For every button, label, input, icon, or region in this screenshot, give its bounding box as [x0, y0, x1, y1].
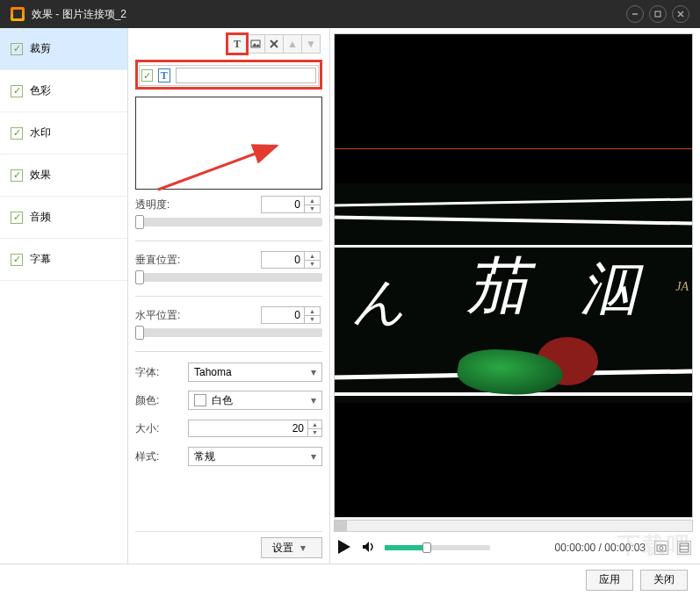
apply-button[interactable]: 应用	[586, 570, 633, 591]
opacity-slider[interactable]	[135, 218, 322, 226]
svg-marker-11	[363, 542, 369, 552]
spin-up-icon[interactable]: ▲	[308, 420, 322, 428]
svg-marker-10	[338, 540, 350, 554]
color-label: 颜色:	[135, 393, 183, 408]
hpos-slider[interactable]	[135, 328, 322, 337]
video-frame: ん 茄 泅 JA	[335, 183, 692, 403]
sidebar-item-label: 裁剪	[30, 41, 51, 56]
vpos-input[interactable]: ▲▼	[261, 251, 322, 269]
app-icon	[11, 7, 25, 21]
maximize-button[interactable]	[649, 5, 667, 23]
spin-up-icon[interactable]: ▲	[305, 251, 321, 260]
arrow-annotation-icon	[154, 141, 294, 194]
checkbox-icon[interactable]: ✓	[11, 254, 23, 266]
checkbox-icon[interactable]: ✓	[141, 69, 153, 82]
watermark-preview[interactable]	[135, 97, 322, 190]
svg-rect-1	[655, 11, 660, 17]
watermark-toolbar: T ▲ ▼	[135, 33, 322, 54]
sidebar-item-label: 水印	[30, 126, 51, 140]
watermark-text-input[interactable]	[176, 68, 316, 83]
image-tool-button[interactable]	[246, 34, 265, 54]
opacity-input[interactable]: ▲▼	[261, 196, 322, 213]
close-button[interactable]	[672, 5, 689, 23]
checkbox-icon[interactable]: ✓	[11, 212, 23, 224]
svg-line-9	[158, 146, 277, 190]
sidebar-item-audio[interactable]: ✓ 音频	[0, 197, 127, 239]
size-label: 大小:	[135, 421, 183, 436]
video-preview[interactable]: ん 茄 泅 JA	[334, 33, 693, 518]
svg-marker-5	[252, 43, 260, 47]
font-label: 字体:	[135, 365, 183, 380]
spin-up-icon[interactable]: ▲	[305, 196, 321, 205]
highlight-annotation: ✓ T	[135, 60, 322, 90]
checkbox-icon[interactable]: ✓	[11, 85, 23, 97]
hpos-label: 水平位置:	[135, 308, 261, 323]
sidebar-item-label: 字幕	[30, 252, 51, 267]
sidebar-item-watermark[interactable]: ✓ 水印	[0, 112, 127, 154]
spin-down-icon[interactable]: ▼	[305, 205, 321, 214]
style-select[interactable]: 常规	[188, 447, 322, 466]
text-icon: T	[158, 68, 170, 83]
move-up-button[interactable]: ▲	[283, 34, 302, 54]
window-title: 效果 - 图片连接项_2	[32, 7, 626, 22]
vpos-label: 垂直位置:	[135, 253, 261, 268]
color-select[interactable]: 白色	[188, 391, 322, 410]
guide-line	[335, 148, 692, 149]
spin-down-icon[interactable]: ▼	[308, 428, 322, 438]
sidebar-item-subtitle[interactable]: ✓ 字幕	[0, 239, 127, 281]
style-label: 样式:	[135, 449, 183, 464]
settings-button[interactable]: 设置	[261, 537, 322, 558]
delete-button[interactable]	[264, 34, 284, 54]
sidebar-item-label: 效果	[30, 168, 51, 183]
spin-up-icon[interactable]: ▲	[305, 306, 321, 315]
title-bar: 效果 - 图片连接项_2	[0, 0, 700, 28]
font-select[interactable]: Tahoma	[188, 363, 322, 382]
color-swatch-icon	[194, 394, 206, 406]
spin-down-icon[interactable]: ▼	[305, 260, 321, 269]
dialog-footer: 应用 关闭	[0, 564, 700, 595]
minimize-button[interactable]	[626, 5, 644, 23]
play-button[interactable]	[336, 538, 353, 558]
svg-point-13	[660, 547, 663, 550]
checkbox-icon[interactable]: ✓	[11, 169, 23, 182]
checkbox-icon[interactable]: ✓	[11, 127, 23, 140]
hpos-input[interactable]: ▲▼	[261, 306, 322, 324]
player-controls: 00:00:00 / 00:00:03	[334, 532, 693, 564]
watermark-panel: T ▲ ▼ ✓ T 透明度: ▲▼	[128, 28, 330, 564]
size-input[interactable]: ▲▼	[188, 420, 322, 437]
sidebar-item-crop[interactable]: ✓ 裁剪	[0, 28, 127, 70]
time-display: 00:00:00 / 00:00:03	[555, 542, 646, 554]
grid-button[interactable]	[677, 541, 691, 555]
move-down-button[interactable]: ▼	[301, 34, 321, 54]
snapshot-button[interactable]	[654, 541, 668, 555]
opacity-label: 透明度:	[135, 197, 261, 212]
volume-slider[interactable]	[385, 545, 490, 550]
spin-down-icon[interactable]: ▼	[305, 315, 321, 325]
sidebar-item-label: 色彩	[30, 83, 51, 98]
sidebar-item-label: 音频	[30, 210, 51, 225]
horizontal-scrollbar[interactable]	[334, 520, 693, 532]
sidebar-item-effect[interactable]: ✓ 效果	[0, 154, 127, 197]
checkbox-icon[interactable]: ✓	[11, 43, 23, 55]
watermark-text-row: ✓ T	[139, 65, 319, 86]
sidebar: ✓ 裁剪 ✓ 色彩 ✓ 水印 ✓ 效果 ✓ 音频 ✓ 字幕	[0, 28, 128, 564]
vpos-slider[interactable]	[135, 273, 322, 282]
svg-rect-14	[680, 543, 689, 552]
volume-button[interactable]	[362, 540, 376, 557]
text-tool-button[interactable]: T	[227, 34, 247, 54]
sidebar-item-color[interactable]: ✓ 色彩	[0, 70, 127, 112]
preview-pane: ん 茄 泅 JA 00:00:00 / 00:00:03	[330, 28, 700, 564]
close-dialog-button[interactable]: 关闭	[640, 570, 688, 591]
